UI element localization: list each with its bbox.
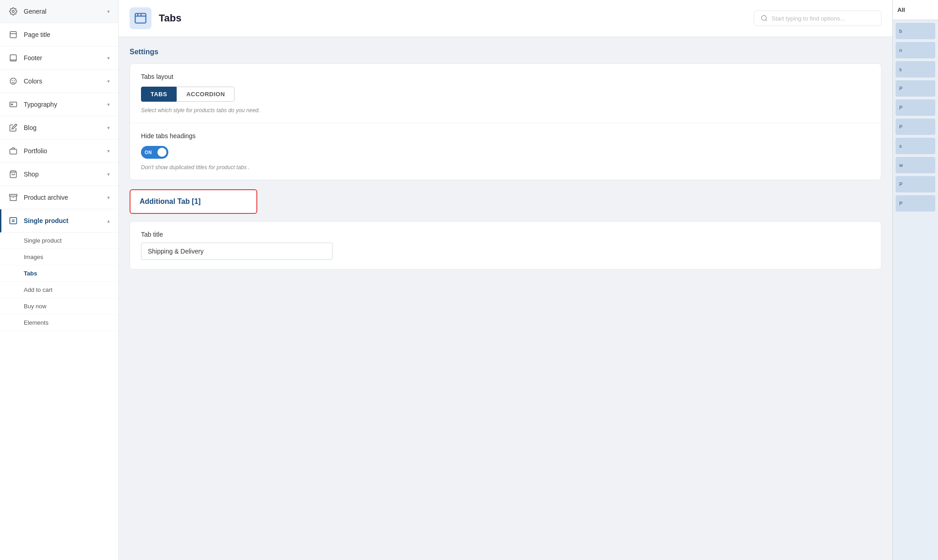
tabs-layout-label: Tabs layout bbox=[141, 73, 870, 80]
search-icon bbox=[761, 15, 768, 22]
additional-tab-title: Additional Tab [1] bbox=[140, 197, 201, 205]
chevron-down-icon: ▾ bbox=[107, 102, 110, 108]
portfolio-icon bbox=[8, 146, 18, 156]
shop-icon bbox=[8, 169, 18, 179]
settings-card: Tabs layout TABS ACCORDION Select which … bbox=[130, 63, 881, 180]
right-panel-item[interactable]: P bbox=[896, 195, 935, 212]
svg-rect-12 bbox=[10, 149, 17, 154]
sidebar-subitem-buy-now[interactable]: Buy now bbox=[0, 298, 118, 315]
tabs-icon bbox=[134, 12, 147, 25]
toggle-knob bbox=[157, 148, 167, 157]
toggle-on-label: ON bbox=[145, 150, 152, 155]
sidebar-label-typography: Typography bbox=[24, 101, 57, 108]
settings-section-title: Settings bbox=[130, 48, 881, 56]
chevron-down-icon: ▾ bbox=[107, 125, 110, 131]
layout-buttons: TABS ACCORDION bbox=[141, 87, 870, 102]
chevron-down-icon: ▾ bbox=[107, 171, 110, 177]
svg-line-24 bbox=[766, 20, 767, 21]
typography-icon bbox=[8, 99, 18, 109]
hide-headings-toggle[interactable]: ON bbox=[141, 146, 168, 159]
chevron-up-icon: ▴ bbox=[107, 218, 110, 224]
chevron-down-icon: ▾ bbox=[107, 148, 110, 154]
sidebar-item-typography[interactable]: Typography ▾ bbox=[0, 93, 118, 116]
search-bar[interactable]: Start typing to find options... bbox=[754, 10, 881, 26]
chevron-down-icon: ▾ bbox=[107, 9, 110, 15]
footer-icon bbox=[8, 53, 18, 63]
svg-rect-19 bbox=[135, 14, 146, 23]
right-panel-item[interactable]: P bbox=[896, 99, 935, 116]
right-panel-item[interactable]: P bbox=[896, 80, 935, 97]
chevron-down-icon: ▾ bbox=[107, 55, 110, 61]
tab-settings-card: Tab title bbox=[130, 221, 881, 270]
page-title: Tabs bbox=[159, 12, 746, 24]
hide-headings-label: Hide tabs headings bbox=[141, 132, 870, 140]
colors-icon bbox=[8, 76, 18, 86]
tabs-icon-wrap bbox=[130, 7, 151, 29]
sidebar-label-single-product: Single product bbox=[24, 217, 68, 224]
sidebar-subitem-elements[interactable]: Elements bbox=[0, 315, 118, 331]
sidebar-item-portfolio[interactable]: Portfolio ▾ bbox=[0, 140, 118, 163]
sidebar-item-general[interactable]: General ▾ bbox=[0, 0, 118, 23]
right-panel-item[interactable]: b bbox=[896, 23, 935, 39]
right-panel-item[interactable]: w bbox=[896, 157, 935, 173]
main-content: Tabs Start typing to find options... Set… bbox=[119, 0, 892, 560]
sidebar-label-general: General bbox=[24, 8, 47, 15]
sidebar-label-page-title: Page title bbox=[24, 31, 50, 38]
sidebar: General ▾ Page title Footer ▾ bbox=[0, 0, 119, 560]
tabs-layout-hint: Select which style for products tabs do … bbox=[141, 107, 870, 114]
content-area: Settings Tabs layout TABS ACCORDION Sele… bbox=[119, 37, 892, 280]
sidebar-item-page-title[interactable]: Page title bbox=[0, 23, 118, 47]
right-panel-item[interactable]: P bbox=[896, 176, 935, 192]
sidebar-item-single-product[interactable]: Single product ▴ bbox=[0, 209, 118, 233]
svg-rect-1 bbox=[10, 31, 16, 38]
sidebar-subitem-images[interactable]: Images bbox=[0, 249, 118, 265]
right-panel-item[interactable]: n bbox=[896, 42, 935, 58]
right-panel-item[interactable]: s bbox=[896, 138, 935, 154]
toggle-wrap: ON bbox=[141, 146, 870, 159]
sidebar-label-shop: Shop bbox=[24, 171, 39, 178]
sidebar-label-portfolio: Portfolio bbox=[24, 147, 47, 155]
tabs-layout-row: Tabs layout TABS ACCORDION Select which … bbox=[130, 64, 881, 123]
tabs-button[interactable]: TABS bbox=[141, 87, 177, 102]
gear-icon bbox=[8, 6, 18, 16]
right-panel-header: All bbox=[893, 0, 938, 20]
right-panel-item[interactable]: P bbox=[896, 119, 935, 135]
sidebar-label-colors: Colors bbox=[24, 78, 42, 85]
svg-point-5 bbox=[10, 78, 16, 84]
page-icon bbox=[8, 30, 18, 40]
sidebar-item-blog[interactable]: Blog ▾ bbox=[0, 116, 118, 140]
additional-tab-header[interactable]: Additional Tab [1] bbox=[130, 189, 257, 214]
blog-icon bbox=[8, 123, 18, 133]
sidebar-item-shop[interactable]: Shop ▾ bbox=[0, 163, 118, 186]
tab-title-label: Tab title bbox=[141, 231, 870, 238]
sidebar-label-product-archive: Product archive bbox=[24, 194, 68, 201]
sidebar-subitem-add-to-cart[interactable]: Add to cart bbox=[0, 282, 118, 298]
header-bar: Tabs Start typing to find options... bbox=[119, 0, 892, 37]
product-archive-icon bbox=[8, 192, 18, 202]
svg-point-23 bbox=[761, 16, 766, 21]
tab-title-input[interactable] bbox=[141, 243, 333, 260]
svg-rect-16 bbox=[10, 218, 17, 224]
sidebar-subitem-tabs[interactable]: Tabs bbox=[0, 265, 118, 282]
hide-headings-hint: Don't show duplicated titles for product… bbox=[141, 164, 870, 171]
sidebar-label-footer: Footer bbox=[24, 54, 42, 62]
svg-point-7 bbox=[14, 80, 15, 81]
chevron-down-icon: ▾ bbox=[107, 78, 110, 84]
sidebar-label-blog: Blog bbox=[24, 124, 36, 131]
svg-rect-14 bbox=[10, 194, 17, 196]
sidebar-item-product-archive[interactable]: Product archive ▾ bbox=[0, 186, 118, 209]
search-placeholder: Start typing to find options... bbox=[771, 15, 845, 22]
accordion-button[interactable]: ACCORDION bbox=[177, 87, 234, 102]
right-panel: All b n s P P P s w P P bbox=[892, 0, 938, 560]
sidebar-subitems: Single product Images Tabs Add to cart B… bbox=[0, 233, 118, 331]
sidebar-subitem-single-product[interactable]: Single product bbox=[0, 233, 118, 249]
sidebar-item-footer[interactable]: Footer ▾ bbox=[0, 47, 118, 70]
svg-point-6 bbox=[12, 80, 13, 81]
svg-point-0 bbox=[12, 10, 15, 13]
sidebar-item-colors[interactable]: Colors ▾ bbox=[0, 70, 118, 93]
right-panel-item[interactable]: s bbox=[896, 61, 935, 78]
chevron-down-icon: ▾ bbox=[107, 195, 110, 201]
single-product-icon bbox=[8, 216, 18, 226]
hide-headings-row: Hide tabs headings ON Don't show duplica… bbox=[130, 123, 881, 180]
